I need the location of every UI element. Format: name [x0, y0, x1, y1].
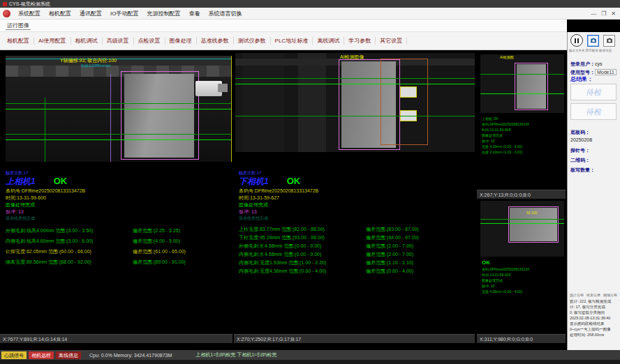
camera-view-small-bottom[interactable]: 93 100 — [480, 201, 564, 257]
small-view-text-line: 上相机 OK — [482, 116, 567, 121]
statistics-line: 2025.02.08-13:31:39:40 — [570, 315, 620, 321]
guide-line — [235, 78, 475, 79]
baseline-note-label: 基准线查找完成 — [239, 215, 473, 222]
guide-line — [235, 84, 475, 84]
ribbon-tab[interactable]: 相机调试 — [71, 37, 103, 45]
machine-top-band — [6, 56, 232, 66]
statistics-tabs: 统计分布线束分类精细分布 — [570, 293, 620, 297]
measurement-row: 隔离宽度:89.56mm 范围:(88.00 - 92.00) 偏差范围:(89… — [6, 257, 233, 267]
model-select[interactable]: Mode11 — [595, 69, 617, 75]
guide-line-vertical — [45, 98, 45, 162]
minimize-button[interactable]: — — [591, 10, 596, 17]
camera-capture-button[interactable] — [587, 35, 599, 47]
camera-view-small-top[interactable]: AI检测图 — [480, 54, 564, 113]
cyan-reference-line — [6, 59, 232, 59]
menu-item[interactable]: IO手动配置 — [106, 10, 142, 17]
process-status-label: 图像处理完成 — [6, 202, 233, 208]
model-label: 使用型号： — [570, 70, 595, 75]
small-view-text-line: 宽度:4.20mm (3.00 - 6.00) — [482, 144, 567, 149]
measurement-text: 内侧毛刺:长4.58mm 范围:(0.00 - 9.00) — [239, 250, 366, 259]
ribbon-tab[interactable]: 高级设置 — [103, 37, 134, 45]
small-bottom-result-panel: OK 条码:DFffime20250208133134时间:13-31-59-6… — [482, 259, 567, 294]
close-button[interactable]: ✕ — [611, 10, 616, 17]
menu-item[interactable]: 系统配置 — [14, 10, 45, 17]
statistics-tab[interactable]: 统计分布 — [570, 293, 584, 297]
statistics-line: 处理时间: 258.00ms — [570, 332, 620, 338]
pulse-count-label: 脉冲: 13 — [6, 208, 233, 215]
guide-line — [480, 219, 564, 220]
window-title: CYS-视觉检测系统 — [9, 1, 50, 8]
measurement-deviation: 偏差范围:(1.10 - 2.10) — [366, 259, 413, 267]
roi-rectangle — [121, 71, 199, 160]
measurement-text: 外侧毛刺:线高4.00mm 范围:(3.00 - 3.50) — [6, 225, 133, 236]
time-label: 时间:13-31-59-627 — [239, 195, 473, 202]
camera-settings-button[interactable] — [603, 35, 615, 47]
small-top-coordinate-bar: X:267;Y:13;R:0;G:0;B:0 — [477, 190, 566, 199]
right-toolbar-caption: 输出文件夹 研究数据 数据信息 — [569, 49, 619, 52]
camera-status-readout: 上相机1=扫码检完 下相机1=扫码检完 — [195, 351, 276, 358]
measurement-text: 下柱宽度:95.24mm 范围:(93.00 - 98.00) — [239, 234, 366, 242]
maximize-button[interactable]: ❐ — [601, 10, 606, 17]
pixel-coordinate-readout: X:267;Y:13;R:0;G:0;B:0 — [480, 192, 531, 197]
ribbon-tab[interactable]: PLC地址标准 — [271, 37, 313, 45]
result-status-ok: OK — [482, 259, 567, 266]
measurement-list: 外侧毛刺:线高4.00mm 范围:(3.00 - 3.50) 偏差范围:(2.2… — [6, 225, 233, 267]
small-top-result-panel: 上相机 OK条码:DFffime20250208133134时间:13-31-5… — [482, 116, 567, 155]
guide-line — [6, 109, 232, 109]
connector-tip — [218, 84, 228, 92]
camera-view-left[interactable]: Y轴偏移:93; 吸合内径:100 比例:0.0285mm/pix — [6, 56, 232, 162]
camera-name-label: 下相机1 — [239, 176, 269, 188]
pause-button[interactable] — [570, 34, 583, 47]
statistics-tab[interactable]: 线束分类 — [586, 293, 600, 297]
measurement-row: 内侧毛刺:线高4.60mm 范围:(3.00 - 6.00) 偏差范围:(4.0… — [6, 236, 233, 246]
camera-name-label: 上相机1 — [6, 176, 36, 188]
guide-line — [6, 134, 232, 135]
small-view-text-line: 宽度:4.36mm (0.60 - 4.00) — [482, 289, 567, 294]
menu-items: 系统配置相机配置通讯配置IO手动配置光源控制配置查看系统语言切换 — [14, 10, 246, 17]
ribbon-tab[interactable]: 离线调试 — [313, 37, 344, 45]
measurement-deviation: 偏差范围:(89.00 - 91.00) — [133, 257, 186, 267]
barcode-label: 条码号:DFffime2025020813313472B — [6, 188, 233, 195]
ribbon-tab[interactable]: 学习参数 — [344, 37, 376, 45]
menu-item[interactable]: 查看 — [184, 10, 204, 17]
board-code-value-text: 20250208 — [570, 137, 592, 142]
measurement-row: 外侧毛刺:长4.58mm 范围:(0.00 - 9.00) 偏差范围:(2.00… — [239, 242, 473, 250]
ribbon-tab[interactable]: 基准线参数 — [197, 37, 234, 45]
right-panel: 输出文件夹 研究数据 数据信息 登录用户：cys 使用型号：Mode11 总结果… — [567, 32, 620, 350]
guide-line — [6, 103, 232, 104]
ribbon-tab[interactable]: 相机配置 — [3, 37, 34, 45]
result-display-2: 待检 — [570, 103, 617, 120]
ribbon-tab[interactable]: 点检设置 — [134, 37, 165, 45]
small-view-text-line: 条码:DFffime20250208133134 — [482, 266, 567, 272]
overlay-ai-label: AI检测图像 — [340, 54, 364, 61]
statistics-line: 计: 17, 板写分类完成 — [570, 304, 620, 310]
ribbon-tab[interactable]: 其它设置 — [376, 37, 407, 45]
left-coordinate-bar: X:7677;Y:891;R:14;G:14;B:14 — [0, 334, 232, 343]
machine-column — [431, 53, 475, 152]
trigger-count-label: 触发次数:17 — [239, 170, 473, 176]
measurement-text: 内侧毛刺:宽度4.36mm 范围:(0.60 - 4.00) — [239, 267, 366, 275]
statistics-line: 0~cys一号上报码一图像 — [570, 326, 620, 332]
footer-strip — [0, 360, 620, 364]
total-result-label: 总结果： — [570, 75, 593, 83]
menu-item[interactable]: 光源控制配置 — [142, 10, 184, 17]
ribbon-tab[interactable]: AI使用配置 — [34, 37, 71, 45]
measurement-text: 针脚宽度:62.05mm 范围:(60.00 - 66.00) — [6, 246, 133, 257]
ribbon-tab[interactable]: 测试仪参数 — [234, 37, 271, 45]
run-image-tab[interactable]: 运行图像 — [6, 22, 31, 30]
measurement-list: 上柱宽度:83.77mm 范围:(82.00 - 88.00) 偏差范围:(83… — [239, 225, 473, 275]
camera-icon — [589, 36, 598, 45]
camera-view-middle[interactable]: AI检测图像 — [235, 53, 475, 152]
app-icon — [3, 2, 7, 6]
menu-item[interactable]: 相机配置 — [45, 10, 75, 17]
pulse-count-label: 脉冲: 13 — [239, 208, 473, 215]
menu-item[interactable]: 系统语言切换 — [204, 10, 246, 17]
measurement-row: 内侧毛刺:宽度4.36mm 范围:(0.60 - 4.00) 偏差范围:(0.6… — [239, 267, 473, 275]
menu-bar: 系统配置相机配置通讯配置IO手动配置光源控制配置查看系统语言切换 — ❐ ✕ — [0, 8, 620, 20]
statistics-tab[interactable]: 精细分布 — [603, 293, 617, 297]
small-view-text-line: 脉冲: 13 — [482, 138, 567, 144]
measurement-deviation: 偏差范围:(94.00 - 97.00) — [366, 234, 419, 242]
measurement-row: 上柱宽度:83.77mm 范围:(82.00 - 88.00) 偏差范围:(83… — [239, 225, 473, 234]
menu-item[interactable]: 通讯配置 — [75, 10, 106, 17]
ribbon-tab[interactable]: 图像处理 — [165, 37, 197, 45]
